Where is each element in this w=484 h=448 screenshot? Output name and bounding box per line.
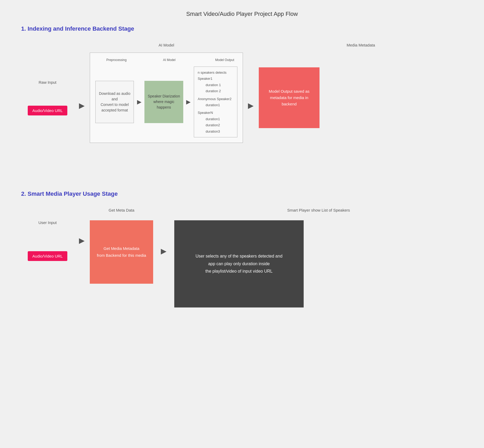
- arrow-1: ▶: [74, 101, 90, 110]
- model-output-line-8: duration2: [198, 122, 233, 128]
- model-output-line-6: SpeakerN: [198, 110, 233, 116]
- get-metadata-box: Get Media Metadata from Backend for this…: [90, 220, 153, 284]
- model-output-line-7: duration1: [198, 116, 233, 122]
- ai-model-outer-box: Preprocessing AI Model Model Output Down…: [90, 53, 243, 143]
- section-1-title: 1. Indexing and Inference Backend Stage: [21, 25, 463, 32]
- col-label-ai: AI Model: [90, 43, 243, 47]
- col-label-raw: Raw Input: [39, 80, 57, 85]
- page-container: Smart Video/Audio Player Project App Flo…: [0, 0, 484, 307]
- sub-label-aimodel: AI Model: [148, 58, 190, 62]
- col-label-metadata: Media Metadata: [259, 43, 463, 47]
- page-title: Smart Video/Audio Player Project App Flo…: [0, 0, 484, 25]
- model-output-line-2: duration 1: [198, 82, 233, 88]
- stage1-flow: Raw Input Audio/Video URL ▶ Preprocessin…: [21, 53, 463, 143]
- model-output-line-9: duration3: [198, 128, 233, 134]
- model-output-line-1: Speaker1: [198, 76, 233, 82]
- raw-input-col: Raw Input Audio/Video URL: [21, 80, 74, 115]
- col-label-getmeta: Get Meta Data: [90, 208, 153, 212]
- inner-arrow-2: ▶: [183, 99, 194, 105]
- stage2-arrow-2: ▶: [153, 247, 174, 255]
- ai-model-inner-row: Download as audio and Convert to model a…: [95, 67, 237, 137]
- stage2-label-row: Get Meta Data Smart Player show List of …: [21, 208, 463, 212]
- model-output-line-0: n speakers detects: [198, 69, 233, 76]
- metadata-text: Model Output saved as metadata for media…: [263, 88, 316, 107]
- preprocessing-box: Download as audio and Convert to model a…: [95, 81, 134, 123]
- model-output-line-3: duration 2: [198, 88, 233, 94]
- stage2-arrow-1: ▶: [74, 236, 90, 245]
- model-output-line-4: Anonymous Speaker2: [198, 96, 233, 102]
- stage2-flow: User Input Audio/Video URL ▶ Get Media M…: [21, 218, 463, 307]
- sub-label-preprocessing: Preprocessing: [95, 58, 138, 62]
- section-2: 2. Smart Media Player Usage Stage Get Me…: [0, 190, 484, 307]
- ai-model-text: Speaker Diarization where magic happens: [147, 94, 180, 110]
- model-output-box: n speakers detects Speaker1 duration 1 d…: [194, 67, 237, 137]
- smart-player-col: User selects any of the speakers detecte…: [174, 220, 304, 307]
- user-input-col: User Input Audio/Video URL: [21, 220, 74, 261]
- preprocessing-text: Download as audio and Convert to model a…: [99, 91, 130, 113]
- col-label-user: User Input: [38, 220, 57, 225]
- get-metadata-text: Get Media Metadata from Backend for this…: [97, 245, 146, 259]
- sub-label-modeloutput: Model Output: [201, 58, 248, 62]
- inner-arrow-1: ▶: [134, 99, 144, 105]
- section-1: 1. Indexing and Inference Backend Stage …: [0, 25, 484, 143]
- smart-player-box: User selects any of the speakers detecte…: [174, 220, 304, 307]
- metadata-red-box: Model Output saved as metadata for media…: [259, 67, 319, 128]
- ai-model-outer-container: Preprocessing AI Model Model Output Down…: [90, 53, 243, 143]
- section-2-title: 2. Smart Media Player Usage Stage: [21, 190, 463, 197]
- stage1-url-badge: Audio/Video URL: [28, 106, 68, 115]
- media-metadata-col: Model Output saved as metadata for media…: [259, 67, 319, 128]
- model-output-line-5: duration1: [198, 102, 233, 108]
- stage1-label-row: AI Model Media Metadata: [21, 43, 463, 47]
- col-label-smartplayer: Smart Player show List of Speakers: [174, 208, 463, 212]
- smart-player-text: User selects any of the speakers detecte…: [195, 253, 282, 275]
- get-metadata-col: Get Media Metadata from Backend for this…: [90, 220, 153, 284]
- inner-sub-labels: Preprocessing AI Model Model Output: [95, 58, 237, 62]
- arrow-2: ▶: [243, 101, 259, 110]
- ai-model-box: Speaker Diarization where magic happens: [144, 81, 183, 123]
- stage2-url-badge: Audio/Video URL: [28, 251, 68, 261]
